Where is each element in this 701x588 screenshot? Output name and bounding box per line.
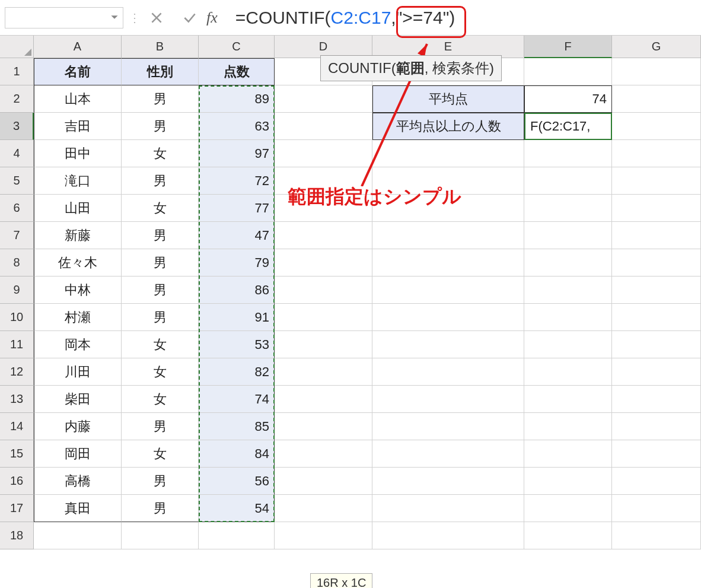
cell-a18[interactable] [34,522,122,549]
cell-c2[interactable]: 89 [199,85,275,113]
cell-a11[interactable]: 岡本 [34,331,122,358]
cell-e2[interactable]: 平均点 [372,85,524,113]
cell-f12[interactable] [524,358,612,386]
cell-d9[interactable] [275,276,372,304]
cell-b9[interactable]: 男 [122,276,199,304]
cell-c15[interactable]: 84 [199,440,275,468]
row-header-5[interactable]: 5 [0,167,34,195]
cell-e11[interactable] [372,331,524,358]
col-header-a[interactable]: A [34,36,122,58]
cell-e12[interactable] [372,358,524,386]
cell-g10[interactable] [612,304,701,331]
cell-c5[interactable]: 72 [199,167,275,195]
name-box-dropdown-icon[interactable] [109,11,120,23]
cell-g12[interactable] [612,358,701,386]
cell-a12[interactable]: 川田 [34,358,122,386]
cell-e14[interactable] [372,413,524,440]
col-header-g[interactable]: G [612,36,701,58]
cell-d17[interactable] [275,495,372,522]
row-header-2[interactable]: 2 [0,85,34,113]
cell-f3[interactable]: F(C2:C17, [524,113,612,140]
cell-c7[interactable]: 47 [199,222,275,249]
cell-b6[interactable]: 女 [122,195,199,222]
cell-g8[interactable] [612,249,701,276]
cell-a7[interactable]: 新藤 [34,222,122,249]
cell-a1[interactable]: 名前 [34,58,122,85]
cell-a17[interactable]: 真田 [34,495,122,522]
cell-a10[interactable]: 村瀬 [34,304,122,331]
row-header-18[interactable]: 18 [0,522,34,549]
cell-b18[interactable] [122,522,199,549]
cell-b7[interactable]: 男 [122,222,199,249]
cell-g15[interactable] [612,440,701,468]
cell-b1[interactable]: 性別 [122,58,199,85]
cell-f6[interactable] [524,195,612,222]
cell-g14[interactable] [612,413,701,440]
cell-g1[interactable] [612,58,701,85]
confirm-button[interactable] [173,0,206,36]
row-header-3[interactable]: 3 [0,113,34,140]
cell-a9[interactable]: 中林 [34,276,122,304]
cell-e9[interactable] [372,276,524,304]
cell-g4[interactable] [612,140,701,167]
cell-f1[interactable] [524,58,612,85]
cell-d7[interactable] [275,222,372,249]
cell-c18[interactable] [199,522,275,549]
cell-a2[interactable]: 山本 [34,85,122,113]
cell-g5[interactable] [612,167,701,195]
row-header-10[interactable]: 10 [0,304,34,331]
col-header-b[interactable]: B [122,36,199,58]
cell-d2[interactable] [275,85,372,113]
cell-d11[interactable] [275,331,372,358]
cell-a13[interactable]: 柴田 [34,386,122,413]
cell-a14[interactable]: 内藤 [34,413,122,440]
cell-d12[interactable] [275,358,372,386]
cell-a6[interactable]: 山田 [34,195,122,222]
cell-g18[interactable] [612,522,701,549]
cell-d10[interactable] [275,304,372,331]
row-header-13[interactable]: 13 [0,386,34,413]
cell-g6[interactable] [612,195,701,222]
cell-c10[interactable]: 91 [199,304,275,331]
cell-c3[interactable]: 63 [199,113,275,140]
cell-e3[interactable]: 平均点以上の人数 [372,113,524,140]
cell-g3[interactable] [612,113,701,140]
row-header-7[interactable]: 7 [0,222,34,249]
cell-b8[interactable]: 男 [122,249,199,276]
cell-f4[interactable] [524,140,612,167]
cell-d15[interactable] [275,440,372,468]
cell-e10[interactable] [372,304,524,331]
row-header-14[interactable]: 14 [0,413,34,440]
cell-a16[interactable]: 高橋 [34,468,122,495]
cell-b12[interactable]: 女 [122,358,199,386]
cell-f5[interactable] [524,167,612,195]
cell-f8[interactable] [524,249,612,276]
cancel-button[interactable] [140,0,173,36]
row-header-6[interactable]: 6 [0,195,34,222]
cell-a8[interactable]: 佐々木 [34,249,122,276]
cell-a4[interactable]: 田中 [34,140,122,167]
cell-e15[interactable] [372,440,524,468]
cell-d8[interactable] [275,249,372,276]
cell-d3[interactable] [275,113,372,140]
cell-b2[interactable]: 男 [122,85,199,113]
row-header-1[interactable]: 1 [0,58,34,85]
cell-g13[interactable] [612,386,701,413]
cell-a15[interactable]: 岡田 [34,440,122,468]
cell-e8[interactable] [372,249,524,276]
cell-d4[interactable] [275,140,372,167]
cells-area[interactable]: 名前 性別 点数 山本男89平均点74吉田男63平均点以上の人数F(C2:C17… [34,58,701,549]
cell-f10[interactable] [524,304,612,331]
cell-e16[interactable] [372,468,524,495]
cell-g7[interactable] [612,222,701,249]
cell-f17[interactable] [524,495,612,522]
cell-g16[interactable] [612,468,701,495]
cell-c13[interactable]: 74 [199,386,275,413]
cell-c14[interactable]: 85 [199,413,275,440]
row-header-4[interactable]: 4 [0,140,34,167]
row-header-9[interactable]: 9 [0,276,34,304]
cell-c16[interactable]: 56 [199,468,275,495]
cell-b13[interactable]: 女 [122,386,199,413]
row-header-17[interactable]: 17 [0,495,34,522]
cell-b16[interactable]: 男 [122,468,199,495]
